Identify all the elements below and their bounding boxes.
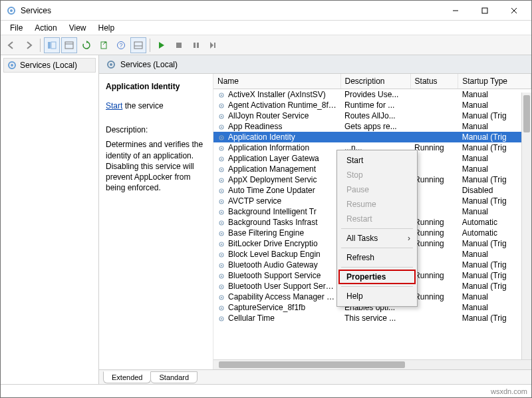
refresh-button[interactable] <box>78 37 94 53</box>
cell-name-text: Application Information <box>228 143 309 152</box>
show-hide-tree-button[interactable] <box>44 37 60 53</box>
ctx-separator <box>341 248 413 248</box>
svg-point-66 <box>221 318 222 319</box>
services-window: Services File Action View Help <box>0 0 532 398</box>
svg-rect-17 <box>197 43 199 48</box>
ctx-all-tasks[interactable]: All Tasks <box>338 231 416 246</box>
cell-name: AppX Deployment Servic <box>213 174 340 185</box>
stop-service-button[interactable] <box>171 37 187 53</box>
console-tree[interactable]: Services (Local) <box>1 55 99 384</box>
ctx-separator <box>341 228 413 229</box>
cell-startup: Manual <box>458 121 531 132</box>
tabbar: Extended Standard <box>99 369 531 384</box>
export-list-button[interactable] <box>96 37 112 53</box>
cell-name-text: CaptureService_8f1fb <box>228 303 305 312</box>
cell-startup: Manual <box>458 249 531 260</box>
vertical-scrollbar[interactable] <box>521 93 531 369</box>
menu-help[interactable]: Help <box>93 22 120 34</box>
ctx-help[interactable]: Help <box>338 289 416 303</box>
cell-status <box>410 100 458 110</box>
svg-point-28 <box>221 116 222 117</box>
horizontal-scrollbar[interactable] <box>213 359 531 369</box>
statusbar: wsxdn.com <box>1 384 531 397</box>
restart-service-button[interactable] <box>205 37 221 53</box>
cell-name: Bluetooth Support Service <box>213 270 340 281</box>
cell-name: Application Information <box>213 142 340 153</box>
horizontal-scrollbar-thumb[interactable] <box>219 361 405 368</box>
svg-point-44 <box>221 201 222 202</box>
detail-header: Services (Local) <box>99 55 531 74</box>
toolbar-separator <box>40 39 41 52</box>
svg-point-26 <box>221 105 222 106</box>
ctx-properties[interactable]: Properties <box>338 270 416 284</box>
detail-body: Application Identity Start the service D… <box>99 74 531 369</box>
svg-point-48 <box>221 222 222 224</box>
start-suffix: the service <box>122 101 163 110</box>
context-menu: Start Stop Pause Resume Restart All Task… <box>336 150 418 307</box>
details-pane-button[interactable] <box>130 37 146 53</box>
svg-point-52 <box>221 244 222 245</box>
svg-text:?: ? <box>119 42 122 49</box>
svg-point-20 <box>11 64 13 67</box>
table-row[interactable]: AllJoyn Router ServiceRoutes AllJo...Man… <box>213 110 531 121</box>
cell-name-text: Application Layer Gatewa <box>228 154 319 163</box>
cell-name: Application Layer Gatewa <box>213 153 340 164</box>
ctx-start[interactable]: Start <box>338 153 416 168</box>
gear-icon <box>217 166 225 174</box>
table-row[interactable]: Cellular TimeThis service ...Manual (Tri… <box>213 313 531 323</box>
col-startup[interactable]: Startup Type <box>458 74 531 89</box>
cell-description: Runtime for ... <box>340 100 410 110</box>
table-row[interactable]: App ReadinessGets apps re...Manual <box>213 121 531 132</box>
gear-icon <box>217 187 225 195</box>
vertical-scrollbar-thumb[interactable] <box>523 95 530 132</box>
col-name[interactable]: Name <box>213 74 340 89</box>
cell-name-text: BitLocker Drive Encryptio <box>228 239 318 248</box>
cell-name: Auto Time Zone Updater <box>213 185 340 196</box>
table-row[interactable]: Application IdentityManual (Trig <box>213 132 531 142</box>
gear-icon <box>217 315 225 323</box>
cell-name: BitLocker Drive Encryptio <box>213 238 340 249</box>
cell-name-text: Block Level Backup Engin <box>228 250 321 259</box>
ctx-refresh[interactable]: Refresh <box>338 250 416 265</box>
pause-service-button[interactable] <box>188 37 204 53</box>
svg-point-42 <box>221 190 222 192</box>
services-app-icon <box>6 5 17 16</box>
cell-startup: Manual <box>458 153 531 164</box>
cell-name: Cellular Time <box>213 313 340 323</box>
cell-status <box>410 132 458 142</box>
svg-point-1 <box>10 9 13 12</box>
ctx-resume: Resume <box>338 197 416 212</box>
svg-point-38 <box>221 169 222 170</box>
cell-name: CaptureService_8f1fb <box>213 302 340 313</box>
minimize-button[interactable] <box>441 1 470 20</box>
svg-rect-18 <box>214 43 215 48</box>
start-service-button[interactable] <box>154 37 170 53</box>
menu-view[interactable]: View <box>64 22 92 34</box>
gear-icon <box>217 123 225 131</box>
table-row[interactable]: ActiveX Installer (AxInstSV)Provides Use… <box>213 89 531 100</box>
menu-file[interactable]: File <box>5 22 28 34</box>
tab-standard[interactable]: Standard <box>150 371 198 383</box>
back-button[interactable] <box>3 37 19 53</box>
maximize-button[interactable] <box>470 1 499 20</box>
svg-point-50 <box>221 233 222 234</box>
tab-extended[interactable]: Extended <box>103 371 151 383</box>
cell-name: Block Level Backup Engin <box>213 249 340 260</box>
help-toolbar-button[interactable]: ? <box>113 37 129 53</box>
cell-name-text: AVCTP service <box>228 196 281 206</box>
table-header-row: Name Description Status Startup Type <box>213 74 531 89</box>
svg-point-32 <box>221 137 222 138</box>
menu-action[interactable]: Action <box>29 22 62 34</box>
close-button[interactable] <box>499 1 529 20</box>
cell-startup: Manual (Trig <box>458 132 531 142</box>
col-description[interactable]: Description <box>340 74 410 89</box>
tree-item-services-local[interactable]: Services (Local) <box>3 58 96 73</box>
cell-startup: Manual <box>458 206 531 217</box>
col-status[interactable]: Status <box>410 74 458 89</box>
cell-status <box>410 89 458 100</box>
svg-point-36 <box>221 158 222 160</box>
start-service-link[interactable]: Start <box>106 101 122 110</box>
properties-toolbar-button[interactable] <box>61 37 77 53</box>
table-row[interactable]: Agent Activation Runtime_8f1fbRuntime fo… <box>213 100 531 110</box>
forward-button[interactable] <box>21 37 37 53</box>
